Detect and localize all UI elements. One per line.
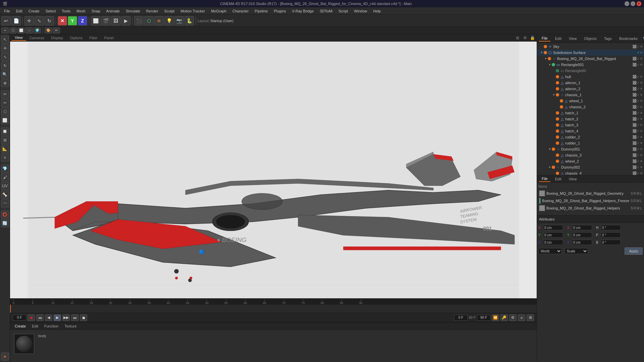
pen-tool[interactable]: ✏: [1, 90, 9, 98]
loop-cut[interactable]: ⬜: [1, 116, 9, 124]
tree-item-chassis1[interactable]: ▼ ○ chassis_1 ✓ ✕: [537, 92, 644, 98]
tree-item-rudder1[interactable]: △ rudder_1 ✓ ✕: [537, 140, 644, 146]
scene-btn[interactable]: 🌍: [34, 27, 41, 34]
measure-tool[interactable]: 📐: [1, 145, 9, 153]
view-tab-obj[interactable]: View: [566, 36, 580, 41]
apply-button[interactable]: Apply: [625, 247, 643, 255]
tree-item-hatch2[interactable]: △ hatch_2 ✓ ✕: [537, 116, 644, 122]
tree-item-hull[interactable]: △ hull ✓ ✕: [537, 74, 644, 80]
mat-list-item-helpers[interactable]: Boeing_MQ_28_Ghost_Bat_Rigged_Helpers S …: [538, 204, 643, 212]
knife-tool[interactable]: ✂: [1, 99, 9, 107]
current-frame-input[interactable]: 0 F: [454, 315, 468, 321]
render-vp-btn[interactable]: ▶: [121, 16, 130, 25]
tl-btn-1[interactable]: ⏪: [492, 314, 499, 321]
uv-tool[interactable]: UV: [1, 182, 9, 190]
end-frame-input[interactable]: 90 F: [477, 315, 490, 321]
z-rot-input[interactable]: [572, 240, 592, 245]
file-tab-obj[interactable]: File: [539, 36, 550, 42]
view-tab[interactable]: View: [11, 35, 26, 41]
menu-animate[interactable]: Animate: [104, 8, 122, 14]
tree-item-hatch4[interactable]: △ hatch_4 ✓ ✕: [537, 128, 644, 134]
menu-edit[interactable]: Edit: [13, 8, 25, 14]
tree-item-wheel2[interactable]: △ wheel_2 ✓ ✕: [537, 158, 644, 164]
bridge-tool[interactable]: ⬡: [1, 108, 9, 116]
menu-sculpt[interactable]: Sculpt: [162, 8, 177, 14]
render-btn[interactable]: 🖼: [111, 16, 120, 25]
timeline-track[interactable]: [10, 305, 537, 313]
texture-btn[interactable]: 🎨: [45, 27, 52, 34]
menu-select[interactable]: Select: [43, 8, 59, 14]
polys-mode-btn[interactable]: ⬜: [17, 27, 25, 34]
camera-btn[interactable]: 📷: [174, 16, 184, 25]
object-mode-btn2[interactable]: ○: [25, 27, 33, 34]
scale-tool-sidebar[interactable]: ⤡: [1, 53, 9, 61]
menu-simulate[interactable]: Simulate: [123, 8, 143, 14]
menu-window[interactable]: Window: [351, 8, 370, 14]
tree-item-rect001[interactable]: ▼ ▭ Rectangle001 ✓ ✕: [537, 62, 644, 68]
tree-item-dummy001[interactable]: ▼ ○ Dummy001 ✓ ✕: [537, 146, 644, 152]
prev-key-btn[interactable]: ⏮: [36, 314, 44, 321]
y-rot-input[interactable]: [572, 232, 592, 238]
snap-tool[interactable]: 🔲: [1, 127, 9, 135]
menu-file[interactable]: File: [1, 8, 13, 14]
align-tool[interactable]: ≡: [1, 154, 9, 162]
undo-button[interactable]: ↩: [1, 16, 11, 25]
deformer-btn[interactable]: ≋: [154, 16, 164, 25]
mat-list-item-helpers-freeze[interactable]: Boeing_MQ_28_Ghost_Bat_Rigged_Helpers_Fr…: [538, 197, 643, 204]
edit-tab-obj[interactable]: Edit: [552, 36, 564, 41]
coord-system-select[interactable]: World Local: [538, 248, 562, 254]
play-fwd-btn[interactable]: ▶▶: [62, 314, 70, 321]
transform-select[interactable]: Scale Move Rotate: [565, 248, 588, 254]
next-key-btn[interactable]: ⏭: [71, 314, 78, 321]
display-tab[interactable]: Display: [48, 35, 66, 41]
y-axis-btn[interactable]: Y: [68, 16, 77, 25]
light-btn[interactable]: 💡: [164, 16, 174, 25]
h-input[interactable]: [601, 225, 621, 230]
tree-item-sky[interactable]: ☀ Sky ✓ ✕: [537, 44, 644, 50]
z-pos-input[interactable]: [543, 240, 563, 245]
search-icon[interactable]: 🔍: [642, 36, 644, 42]
record-btn[interactable]: ⏺: [28, 314, 35, 321]
move-tool[interactable]: ✛: [24, 16, 34, 25]
soft-sel[interactable]: ⭕: [1, 210, 9, 219]
mat-list-item-geometry[interactable]: Boeing_MQ_28_Ghost_Bat_Rigged_Geometry S…: [538, 190, 643, 197]
paint-btn[interactable]: ✏: [53, 27, 60, 34]
x-rot-input[interactable]: [572, 225, 592, 230]
scale-tool[interactable]: ⤡: [35, 16, 44, 25]
tree-item-hatch3[interactable]: △ hatch_3 ✓ ✕: [537, 122, 644, 128]
zoom-tool[interactable]: ⊕: [1, 79, 9, 87]
tree-item-aileron1[interactable]: △ aileron_1 ✓ ✕: [537, 80, 644, 86]
select-tool[interactable]: ↖: [1, 36, 9, 44]
menu-mesh[interactable]: Mesh: [74, 8, 88, 14]
tree-item-aileron2[interactable]: △ aileron_2 ✓ ✕: [537, 86, 644, 92]
close-button[interactable]: ✕: [637, 1, 641, 6]
play-btn[interactable]: ▶: [54, 314, 61, 321]
mat-edit-tab[interactable]: Edit: [552, 176, 564, 182]
points-mode-btn[interactable]: •: [1, 27, 9, 34]
tree-item-chassis2[interactable]: △ chassis_2 ✓ ✕: [537, 104, 644, 110]
viewport-settings-icon[interactable]: ⚙: [522, 35, 528, 41]
y-pos-input[interactable]: [543, 232, 563, 238]
grid-tool[interactable]: ⊞: [1, 136, 9, 144]
object-mode-btn[interactable]: ⬜: [91, 16, 100, 25]
nurbs-btn[interactable]: ⬡: [144, 16, 154, 25]
tree-item-hatch1[interactable]: △ hatch_1 ✓ ✕: [537, 110, 644, 116]
texture-tab[interactable]: Texture: [62, 323, 79, 329]
menu-3dtoall[interactable]: 3DToAll: [317, 8, 335, 14]
start-frame-input[interactable]: 0 F: [13, 315, 26, 321]
menu-plugins[interactable]: Plugins: [271, 8, 288, 14]
tree-item-chassis4[interactable]: △ chassis_4 ✓ ✕: [537, 170, 644, 175]
menu-tools[interactable]: Tools: [59, 8, 73, 14]
mat-view-tab[interactable]: View: [566, 176, 580, 182]
camera-nav[interactable]: 🔍: [1, 70, 9, 78]
create-tab[interactable]: Create: [12, 323, 29, 329]
menu-render[interactable]: Render: [144, 8, 161, 14]
tree-item-subdivision[interactable]: ▼ ⬡ Subdivision Surface ✓ ✕: [537, 50, 644, 56]
cube-btn[interactable]: ⬛: [134, 16, 144, 25]
menu-script[interactable]: Script: [336, 8, 351, 14]
menu-help[interactable]: Help: [371, 8, 384, 14]
tree-item-wheel1[interactable]: △ wheel_1 ✓ ✕: [537, 98, 644, 104]
p-input[interactable]: [601, 232, 621, 238]
function-tab[interactable]: Function: [42, 323, 61, 329]
menu-snap[interactable]: Snap: [89, 8, 103, 14]
